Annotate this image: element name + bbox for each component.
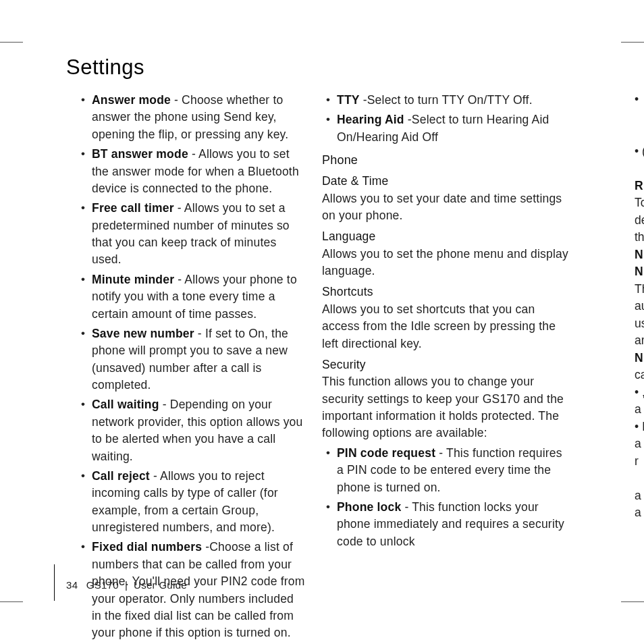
overflow-line-1 bbox=[635, 109, 644, 126]
section-security-body: This function allows you to change your … bbox=[322, 373, 568, 442]
security-item-bold-0: PIN code request bbox=[337, 446, 435, 460]
section-language-heading: Language bbox=[322, 228, 568, 245]
overflow-line-15: N bbox=[635, 350, 644, 367]
overflow-line-14: ar bbox=[635, 332, 644, 350]
right-top-item-0: TTY -Select to turn TTY On/TTY Off. bbox=[322, 92, 568, 109]
overflow-line-22 bbox=[635, 470, 644, 487]
section-language-body: Allows you to set the phone menu and dis… bbox=[322, 246, 568, 280]
overflow-line-16: ca bbox=[635, 367, 644, 384]
overflow-line-5: R bbox=[635, 178, 644, 195]
overflow-line-7: de bbox=[635, 212, 644, 230]
overflow-line-23: a bbox=[635, 487, 644, 505]
footer-separator: | bbox=[122, 579, 134, 591]
left-item-0: Answer mode - Choose whether to answer t… bbox=[77, 92, 306, 143]
columns-wrapper: Answer mode - Choose whether to answer t… bbox=[66, 92, 593, 644]
overflow-line-0: • bbox=[635, 91, 644, 109]
overflow-line-11: Th bbox=[635, 281, 644, 298]
left-item-bold-0: Answer mode bbox=[92, 93, 171, 107]
page-footer: 34 GS170 | User Guide bbox=[66, 579, 187, 591]
footer-doc-label: User Guide bbox=[134, 579, 187, 591]
left-item-2: Free call timer - Allows you to set a pr… bbox=[77, 200, 306, 269]
left-item-bold-2: Free call timer bbox=[92, 201, 174, 215]
page-title: Settings bbox=[66, 55, 593, 80]
security-item-bold-1: Phone lock bbox=[337, 500, 401, 514]
overflow-line-4 bbox=[635, 160, 644, 178]
page-content: Settings Answer mode - Choose whether to… bbox=[66, 55, 593, 644]
left-item-bold-6: Call reject bbox=[92, 469, 150, 483]
left-item-3: Minute minder - Allows your phone to not… bbox=[77, 271, 306, 323]
left-column: Answer mode - Choose whether to answer t… bbox=[66, 92, 306, 644]
left-item-4: Save new number - If set to On, the phon… bbox=[77, 325, 306, 394]
footer-side-rule bbox=[54, 564, 55, 601]
overflow-line-2 bbox=[635, 126, 644, 143]
right-top-item-bold-1: Hearing Aid bbox=[337, 113, 404, 126]
overflow-line-13: us bbox=[635, 315, 644, 333]
section-date-time-body: Allows you to set your date and time set… bbox=[322, 190, 568, 225]
overflow-line-24: a bbox=[635, 504, 644, 522]
left-item-6: Call reject - Allows you to reject incom… bbox=[77, 468, 306, 537]
footer-product: GS170 bbox=[86, 579, 119, 591]
left-item-1: BT answer mode - Allows you to set the a… bbox=[77, 146, 306, 197]
section-phone-heading: Phone bbox=[322, 151, 568, 169]
left-item-bold-1: BT answer mode bbox=[92, 147, 188, 161]
overflow-line-6: To bbox=[635, 194, 644, 212]
left-item-bold-3: Minute minder bbox=[92, 273, 174, 286]
overflow-line-17: • , bbox=[635, 384, 644, 402]
overflow-line-12: au bbox=[635, 298, 644, 315]
section-date-time-heading: Date & Time bbox=[322, 173, 568, 190]
overflow-line-3: • ( bbox=[635, 143, 644, 161]
crop-mark-bottom-left bbox=[0, 601, 23, 602]
page-number: 34 bbox=[66, 579, 78, 591]
overflow-line-10: N bbox=[635, 263, 644, 281]
section-security-heading: Security bbox=[322, 356, 568, 373]
section-shortcuts-body: Allows you to set shortcuts that you can… bbox=[322, 301, 568, 352]
crop-mark-top-left bbox=[0, 42, 23, 43]
right-column: TTY -Select to turn TTY On/TTY Off.Heari… bbox=[322, 92, 568, 644]
security-item-0: PIN code request - This function require… bbox=[322, 445, 568, 496]
overflow-line-21: r bbox=[635, 453, 644, 471]
left-item-bold-5: Call waiting bbox=[92, 398, 159, 411]
right-top-item-1: Hearing Aid -Select to turn Hearing Aid … bbox=[322, 111, 568, 146]
security-item-1: Phone lock - This function locks your ph… bbox=[322, 499, 568, 550]
right-top-item-rest-0: -Select to turn TTY On/TTY Off. bbox=[360, 93, 533, 107]
overflow-line-8: th bbox=[635, 229, 644, 246]
crop-mark-top-right bbox=[621, 42, 644, 43]
overflow-line-19: • I bbox=[635, 419, 644, 436]
left-item-5: Call waiting - Depending on your network… bbox=[77, 396, 306, 465]
section-shortcuts-heading: Shortcuts bbox=[322, 284, 568, 300]
overflow-line-9: N bbox=[635, 246, 644, 264]
crop-mark-bottom-right bbox=[621, 601, 644, 602]
next-page-overflow: •• (RTodethNNThauusarNca• ,a• Iaraa bbox=[635, 91, 644, 522]
overflow-line-18: a bbox=[635, 401, 644, 419]
left-item-bold-4: Save new number bbox=[92, 327, 194, 340]
left-item-bold-7: Fixed dial numbers bbox=[92, 540, 202, 554]
overflow-line-20: a bbox=[635, 435, 644, 453]
right-top-item-bold-0: TTY bbox=[337, 93, 360, 107]
